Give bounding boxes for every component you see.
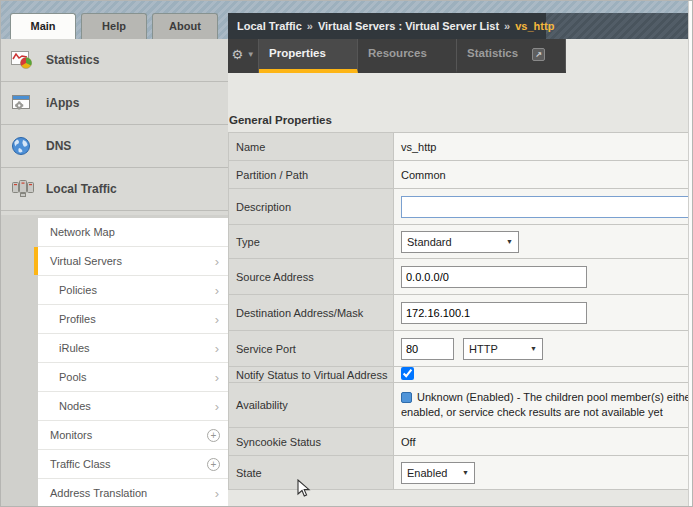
service-port-input[interactable] (401, 338, 454, 360)
chevron-right-icon: › (215, 392, 219, 421)
service-port-protocol-select[interactable]: HTTP▼ (463, 338, 543, 360)
iapps-icon (11, 93, 37, 113)
property-row-availability: AvailabilityUnknown (Enabled) - The chil… (229, 383, 693, 428)
property-row-description: Description (229, 189, 693, 225)
sidebar-item-label: Monitors (50, 429, 92, 441)
sidebar-submenu-panel: Network MapVirtual Servers›Policies›Prof… (38, 218, 228, 506)
sidebar-item-iapps[interactable]: iApps (1, 82, 228, 125)
description-input[interactable] (401, 196, 689, 218)
tab-statistics[interactable]: Statistics↗ (457, 39, 566, 73)
window-tab-help[interactable]: Help (81, 13, 147, 39)
gear-icon: ⚙ (231, 47, 243, 62)
property-value (394, 259, 693, 295)
property-label-text: Destination Address/Mask (236, 307, 363, 319)
property-row-partition-path: Partition / PathCommon (229, 161, 693, 189)
chevron-right-icon: › (215, 305, 219, 334)
tab-label: Statistics (467, 47, 518, 59)
sidebar-item-label: iRules (59, 342, 90, 354)
property-value (394, 189, 693, 225)
destination-address-mask-input[interactable] (401, 302, 587, 324)
status-unknown-icon (401, 392, 412, 403)
sidebar-item-label: Nodes (59, 400, 91, 412)
breadcrumb-part[interactable]: vs_http (515, 20, 554, 32)
sidebar-item-statistics[interactable]: Statistics (1, 39, 228, 82)
property-label-text: Availability (236, 399, 288, 411)
source-address-input[interactable] (401, 266, 587, 288)
window-tab-main[interactable]: Main (10, 13, 76, 39)
breadcrumb-band-extension (546, 13, 692, 39)
right-edge-strip (688, 1, 692, 506)
plus-circle-icon[interactable]: + (207, 458, 220, 471)
general-properties-table: Namevs_httpPartition / PathCommonDescrip… (228, 132, 693, 490)
sidebar-item-profiles[interactable]: Profiles› (38, 305, 228, 334)
sidebar-item-address-translation[interactable]: Address Translation› (38, 479, 228, 507)
property-label-text: Notify Status to Virtual Address (236, 369, 387, 381)
main-content: General Properties Namevs_httpPartition … (228, 73, 692, 506)
property-label: Source Address (229, 259, 394, 295)
sidebar-item-irules[interactable]: iRules› (38, 334, 228, 363)
gear-menu-button[interactable]: ⚙ ▼ (228, 39, 259, 73)
sidebar-item-local-traffic[interactable]: Local Traffic (1, 168, 228, 211)
property-label: Type (229, 225, 394, 259)
property-label-text: Syncookie Status (236, 436, 321, 448)
bigip-config-screen: MainHelpAbout Local Traffic»Virtual Serv… (0, 0, 693, 507)
notify-status-checkbox[interactable] (401, 367, 414, 380)
property-label: Name (229, 133, 394, 161)
select-value: Enabled (407, 467, 447, 479)
tab-label: Resources (368, 47, 427, 59)
chevron-right-icon: › (215, 247, 219, 276)
sidebar-item-label: Traffic Class (50, 458, 111, 470)
chevron-right-icon: › (215, 479, 219, 507)
property-value: vs_http (394, 133, 693, 161)
property-label: Service Port (229, 331, 394, 367)
tab-resources[interactable]: Resources (358, 39, 457, 73)
sidebar-item-label: Local Traffic (46, 182, 117, 196)
section-title: General Properties (229, 114, 692, 126)
select-value: HTTP (469, 343, 498, 355)
property-value-text: vs_http (401, 141, 436, 153)
dns-icon (11, 136, 37, 156)
sidebar-item-label: Network Map (50, 226, 115, 238)
sidebar-item-dns[interactable]: DNS (1, 125, 228, 168)
property-value-text: Off (401, 436, 415, 448)
breadcrumb-separator: » (504, 20, 510, 32)
page-tab-strip: ⚙ ▼ PropertiesResourcesStatistics↗ (228, 39, 566, 73)
breadcrumb-part[interactable]: Local Traffic (237, 20, 302, 32)
sidebar-item-label: Pools (59, 371, 87, 383)
property-label: State (229, 456, 394, 490)
availability-status-line: enabled, or service check results are no… (401, 405, 693, 420)
sidebar-item-policies[interactable]: Policies› (38, 276, 228, 305)
sidebar-item-virtual-servers[interactable]: Virtual Servers› (38, 247, 228, 276)
state-select[interactable]: Enabled▼ (401, 462, 475, 484)
sidebar-item-label: Statistics (46, 53, 99, 67)
property-value: Common (394, 161, 693, 189)
sidebar-item-pools[interactable]: Pools› (38, 363, 228, 392)
status-text: Unknown (Enabled) - The children pool me… (417, 391, 693, 403)
breadcrumb: Local Traffic»Virtual Servers : Virtual … (228, 13, 546, 39)
property-row-syncookie-status: Syncookie StatusOff (229, 428, 693, 456)
availability-status-line: Unknown (Enabled) - The children pool me… (401, 390, 693, 405)
sidebar-item-network-map[interactable]: Network Map (38, 218, 228, 247)
property-label-text: Partition / Path (236, 169, 308, 181)
chevron-down-icon: ▼ (462, 469, 469, 476)
sidebar-item-traffic-class[interactable]: Traffic Class+ (38, 450, 228, 479)
sidebar-submenu: Network MapVirtual Servers›Policies›Prof… (1, 215, 228, 506)
tab-label: Properties (269, 47, 326, 59)
type-select[interactable]: Standard▼ (401, 231, 519, 253)
property-row-destination-address-mask: Destination Address/Mask (229, 295, 693, 331)
tab-properties[interactable]: Properties (259, 39, 358, 73)
property-label-text: State (236, 467, 262, 479)
sidebar-item-label: DNS (46, 139, 71, 153)
sidebar-item-nodes[interactable]: Nodes› (38, 392, 228, 421)
window-tab-about[interactable]: About (152, 13, 218, 39)
plus-circle-icon[interactable]: + (207, 429, 220, 442)
property-row-source-address: Source Address (229, 259, 693, 295)
breadcrumb-part[interactable]: Virtual Servers : Virtual Server List (318, 20, 499, 32)
sidebar-item-label: Policies (59, 284, 97, 296)
property-label: Availability (229, 383, 394, 428)
sidebar-item-monitors[interactable]: Monitors+ (38, 421, 228, 450)
property-label: Syncookie Status (229, 428, 394, 456)
chevron-right-icon: › (215, 334, 219, 363)
chevron-right-icon: › (215, 363, 219, 392)
sidebar-item-label: Profiles (59, 313, 96, 325)
